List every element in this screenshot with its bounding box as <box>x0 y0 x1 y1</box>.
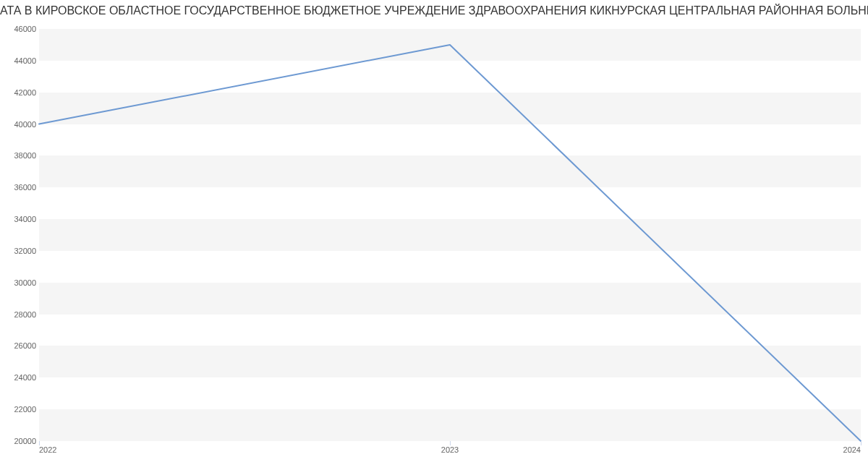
x-axis-tick <box>861 441 861 445</box>
y-axis-label: 28000 <box>7 310 36 319</box>
y-axis-label: 20000 <box>7 437 36 445</box>
plot-area: 2000022000240002600028000300003200034000… <box>39 29 861 441</box>
y-axis-label: 24000 <box>7 373 36 382</box>
y-axis-label: 44000 <box>7 56 36 65</box>
x-axis-label: 2022 <box>39 445 56 454</box>
y-axis-label: 40000 <box>7 120 36 129</box>
chart-title: АТА В КИРОВСКОЕ ОБЛАСТНОЕ ГОСУДАРСТВЕННО… <box>0 4 868 17</box>
chart-line <box>39 29 861 441</box>
x-axis-tick <box>450 441 451 445</box>
y-axis-label: 22000 <box>7 405 36 414</box>
y-axis-label: 32000 <box>7 247 36 255</box>
y-axis-label: 38000 <box>7 151 36 160</box>
x-axis-tick <box>39 441 40 445</box>
y-axis-label: 30000 <box>7 278 36 287</box>
chart-container: АТА В КИРОВСКОЕ ОБЛАСТНОЕ ГОСУДАРСТВЕННО… <box>0 0 868 470</box>
y-axis-label: 34000 <box>7 215 36 223</box>
y-axis-label: 36000 <box>7 183 36 192</box>
y-axis-label: 46000 <box>7 25 36 33</box>
y-axis-label: 42000 <box>7 88 36 97</box>
y-axis-label: 26000 <box>7 341 36 350</box>
x-axis-label: 2024 <box>843 445 861 454</box>
x-axis-label: 2023 <box>441 445 459 454</box>
